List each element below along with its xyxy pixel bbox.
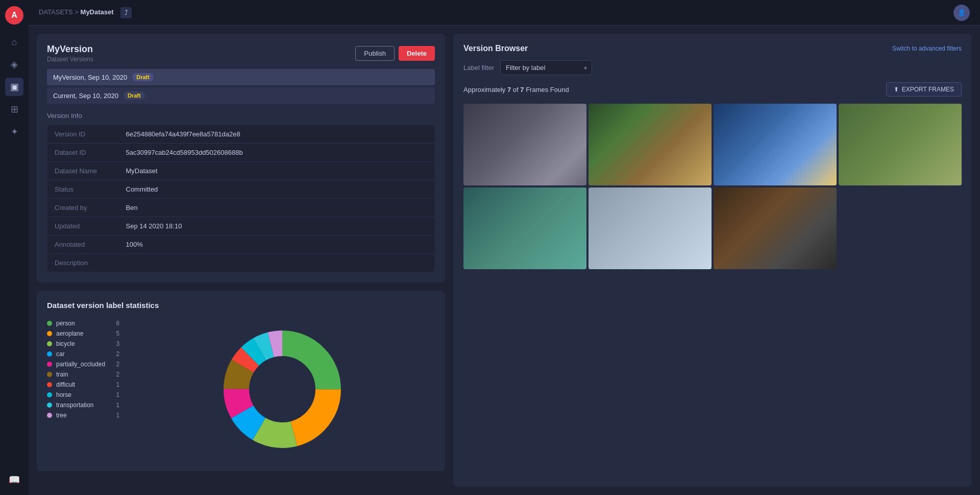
breadcrumb-separator: > — [75, 8, 80, 16]
legend-count-transportation: 1 — [109, 402, 119, 409]
legend-item-aeroplane: aeroplane 5 — [47, 330, 119, 337]
info-row-dataset-id: Dataset ID 5ac30997cab24cd58953dd5026086… — [47, 144, 435, 162]
frames-count: 7 — [507, 86, 511, 93]
legend-count-tree: 1 — [109, 412, 119, 419]
legend-count-bicycle: 3 — [109, 340, 119, 347]
legend-count-horse: 1 — [109, 391, 119, 398]
version-badge-1: Draft — [124, 91, 145, 100]
share-button[interactable]: ⤴ — [120, 7, 132, 18]
avatar[interactable]: 👤 — [953, 5, 970, 21]
info-label-updated: Updated — [47, 217, 119, 235]
legend-dot-difficult — [47, 382, 52, 387]
sidebar-item-datasets[interactable]: ▣ — [5, 78, 23, 96]
export-frames-button[interactable]: ⬆ EXPORT FRAMES — [886, 82, 962, 97]
version-info-label: Version Info — [47, 112, 435, 120]
image-cell-0[interactable] — [463, 104, 586, 185]
info-row-description: Description — [47, 254, 435, 272]
export-icon: ⬆ — [894, 86, 899, 93]
export-label: EXPORT FRAMES — [902, 86, 954, 93]
legend-dot-horse — [47, 392, 52, 397]
info-table: Version ID 6e254880efa74a439f7ee8a5781da… — [47, 125, 435, 272]
version-name-1: Current, Sep 10, 2020 — [53, 92, 118, 100]
legend-label-bicycle: bicycle — [56, 340, 105, 347]
switch-filters-link[interactable]: Switch to advanced filters — [892, 45, 962, 52]
sidebar: A ⌂ ◈ ▣ ⊞ ✦ 📖 — [0, 0, 29, 495]
donut-chart-container — [130, 318, 435, 461]
legend-dot-aeroplane — [47, 331, 52, 336]
sidebar-item-experiments[interactable]: ⊞ — [5, 100, 23, 119]
stats-title: Dataset version label statistics — [47, 301, 435, 310]
legend-count-difficult: 1 — [109, 381, 119, 388]
breadcrumb-datasets[interactable]: DATASETS — [39, 8, 73, 16]
legend-dot-partially-occluded — [47, 362, 52, 367]
info-row-version-id: Version ID 6e254880efa74a439f7ee8a5781da… — [47, 125, 435, 144]
label-filter-select[interactable]: Filter by label — [500, 60, 592, 75]
version-card-title-area: MyVersion Dataset Versions — [47, 44, 93, 63]
version-title: MyVersion — [47, 44, 93, 55]
legend-list: person 6 aeroplane 5 bicycle 3 — [47, 320, 119, 461]
version-browser-title: Version Browser — [463, 44, 528, 53]
publish-button[interactable]: Publish — [355, 46, 395, 61]
version-actions: Publish Delete — [355, 46, 435, 61]
legend-label-car: car — [56, 350, 105, 358]
sidebar-item-projects[interactable]: ◈ — [5, 55, 23, 74]
legend-dot-train — [47, 372, 52, 377]
legend-dot-tree — [47, 413, 52, 418]
delete-button[interactable]: Delete — [399, 46, 435, 61]
stats-body: person 6 aeroplane 5 bicycle 3 — [47, 318, 435, 461]
right-panel: Version Browser Switch to advanced filte… — [453, 34, 972, 487]
info-value-status: Committed — [119, 180, 435, 199]
legend-count-person: 6 — [109, 320, 119, 327]
image-cell-3[interactable] — [839, 104, 962, 185]
info-value-description — [119, 254, 435, 272]
donut-chart — [211, 318, 354, 461]
image-cell-5[interactable] — [589, 187, 712, 269]
version-name-0: MyVersion, Sep 10, 2020 — [53, 74, 127, 81]
svg-point-11 — [252, 359, 313, 420]
info-label-created-by: Created by — [47, 199, 119, 217]
version-list: MyVersion, Sep 10, 2020 Draft Current, S… — [47, 69, 435, 104]
stats-card: Dataset version label statistics person … — [37, 291, 445, 471]
legend-count-train: 2 — [109, 371, 119, 378]
image-cell-4[interactable] — [463, 187, 586, 269]
main-content: DATASETS > MyDataset ⤴ 👤 MyVersion Datas… — [29, 0, 980, 495]
body: MyVersion Dataset Versions Publish Delet… — [29, 26, 980, 495]
version-card: MyVersion Dataset Versions Publish Delet… — [37, 34, 445, 282]
version-row-0[interactable]: MyVersion, Sep 10, 2020 Draft — [47, 69, 435, 85]
filter-row: Label filter Filter by label — [463, 60, 962, 75]
info-row-status: Status Committed — [47, 180, 435, 199]
sidebar-item-docs[interactable]: 📖 — [5, 470, 23, 489]
info-label-dataset-id: Dataset ID — [47, 144, 119, 162]
legend-label-transportation: transportation — [56, 402, 105, 409]
version-card-header: MyVersion Dataset Versions Publish Delet… — [47, 44, 435, 63]
legend-label-horse: horse — [56, 391, 105, 398]
image-grid — [463, 104, 962, 269]
image-cell-2[interactable] — [714, 104, 837, 185]
sidebar-item-home[interactable]: ⌂ — [5, 33, 23, 51]
image-cell-6[interactable] — [714, 187, 837, 269]
legend-label-train: train — [56, 371, 105, 378]
frames-total: 7 — [520, 86, 524, 93]
info-row-annotated: Annotated 100% — [47, 235, 435, 254]
info-label-description: Description — [47, 254, 119, 272]
app-logo[interactable]: A — [5, 6, 23, 25]
legend-dot-person — [47, 321, 52, 326]
legend-count-car: 2 — [109, 350, 119, 358]
image-cell-1[interactable] — [589, 104, 712, 185]
legend-count-aeroplane: 5 — [109, 330, 119, 337]
info-value-version-id: 6e254880efa74a439f7ee8a5781da2e8 — [119, 125, 435, 144]
breadcrumb-dataset[interactable]: MyDataset — [81, 8, 114, 16]
legend-item-train: train 2 — [47, 371, 119, 378]
frames-found-text: Approximately 7 of 7 Frames Found — [463, 86, 569, 93]
legend-label-person: person — [56, 320, 105, 327]
legend-label-tree: tree — [56, 412, 105, 419]
sidebar-item-settings[interactable]: ✦ — [5, 123, 23, 141]
info-row-updated: Updated Sep 14 2020 18:10 — [47, 217, 435, 235]
legend-dot-car — [47, 351, 52, 357]
right-panel-header: Version Browser Switch to advanced filte… — [463, 44, 962, 53]
legend-dot-transportation — [47, 403, 52, 408]
image-cell-7 — [839, 187, 962, 269]
version-row-1[interactable]: Current, Sep 10, 2020 Draft — [47, 87, 435, 104]
legend-label-aeroplane: aeroplane — [56, 330, 105, 337]
info-label-status: Status — [47, 180, 119, 199]
